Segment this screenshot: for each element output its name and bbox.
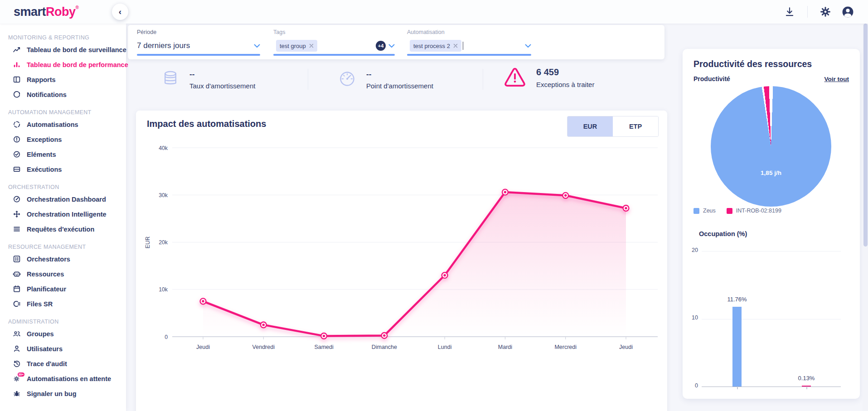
- sidebar-item[interactable]: Exécutions: [0, 162, 126, 177]
- svg-text:10k: 10k: [159, 286, 168, 293]
- sidebar-section-label: MONITORING & REPORTING: [8, 34, 126, 41]
- speedometer-icon: [338, 70, 356, 88]
- period-filter[interactable]: Période 7 derniers jours: [137, 29, 260, 56]
- filter-underline: [407, 54, 531, 56]
- bar-value-label: 0.13%: [786, 375, 827, 382]
- sidebar-item[interactable]: Orchestrators: [0, 251, 126, 266]
- registered-mark: ®: [76, 5, 79, 10]
- gridline: [702, 251, 841, 251]
- sidebar-section-label: ORCHESTRATION: [8, 184, 126, 190]
- tags-filter[interactable]: Tags test group +4: [273, 29, 395, 56]
- sidebar-item-label: Eléments: [27, 151, 56, 158]
- gridline: [702, 319, 841, 319]
- unit-toggle-eur[interactable]: EUR: [567, 116, 613, 136]
- sidebar-item-label: Trace d'audit: [27, 360, 67, 367]
- sidebar-item[interactable]: Tableau de bord de surveillance: [0, 42, 126, 57]
- pending-automations-icon: 99+: [13, 375, 21, 382]
- sidebar-item[interactable]: Requêtes d'exécution: [0, 222, 126, 237]
- sidebar-section-label: ADMINISTRATION: [8, 319, 126, 325]
- kpi-divider: [483, 69, 483, 90]
- planner-icon: [13, 285, 21, 293]
- kpi-exceptions: 6 459 Exceptions à traiter: [504, 67, 594, 88]
- sidebar-item-label: Rapports: [27, 76, 56, 83]
- automation-filter[interactable]: Automatisation test process 2: [407, 29, 531, 56]
- kpi-label: Point d'amortissement: [366, 82, 433, 90]
- sidebar-section-label: RESOURCE MANAGEMENT: [8, 244, 126, 250]
- x-tick: [737, 387, 738, 389]
- filter-bar: Période 7 derniers jours Tags test group…: [128, 25, 664, 59]
- sidebar-item[interactable]: Ressources: [0, 266, 126, 281]
- kpi-row: -- Taux d'amortissement -- Point d'amort…: [126, 64, 667, 96]
- sidebar-item[interactable]: Eléments: [0, 147, 126, 162]
- warning-icon: [504, 67, 526, 87]
- logo-text-smart: smart: [14, 5, 46, 19]
- svg-text:Jeudi: Jeudi: [619, 344, 633, 350]
- sidebar-collapse-button[interactable]: ‹: [112, 4, 128, 20]
- orchestration-intelligente-icon: [13, 210, 21, 218]
- sidebar-item-label: Ressources: [27, 271, 64, 278]
- kpi-label: Exceptions à traiter: [536, 81, 594, 88]
- chevron-down-icon[interactable]: [388, 44, 395, 48]
- automation-chip: test process 2: [410, 40, 461, 52]
- impact-line-chart: 010k20k30k40kEURJeudiVendrediSamediDiman…: [136, 136, 667, 381]
- legend-label: Zeus: [703, 208, 716, 214]
- occupation-ytick: 20: [683, 247, 698, 253]
- sidebar-item[interactable]: Rapports: [0, 72, 126, 87]
- impact-card-title: Impact des automatisations: [147, 119, 266, 129]
- productivity-pie-chart: 1,85 j/h: [711, 86, 831, 207]
- sidebar-item[interactable]: Signaler un bug: [0, 386, 126, 401]
- audit-trail-icon: [13, 360, 21, 367]
- chevron-down-icon[interactable]: [525, 44, 531, 48]
- sidebar-item[interactable]: Orchestration Dashboard: [0, 192, 126, 207]
- pie-center-label: 1,85 j/h: [711, 169, 831, 176]
- report-bug-icon: [13, 390, 21, 397]
- sidebar-item[interactable]: Utilisateurs: [0, 341, 126, 356]
- more-tags-badge: +4: [376, 41, 386, 51]
- see-all-link[interactable]: Voir tout: [824, 76, 849, 82]
- svg-text:Lundi: Lundi: [438, 344, 452, 350]
- sidebar-item[interactable]: Orchestration Intelligente: [0, 207, 126, 222]
- sidebar-item[interactable]: Notifications: [0, 87, 126, 102]
- legend-swatch-blue: [693, 208, 699, 214]
- sidebar-item-label: Tableau de bord de surveillance: [27, 46, 126, 53]
- sidebar-item[interactable]: Tableau de bord de performance: [0, 57, 126, 72]
- automations-icon: [13, 121, 21, 128]
- period-filter-label: Période: [137, 29, 260, 35]
- tag-chip: test group: [276, 40, 317, 52]
- tags-filter-label: Tags: [273, 29, 395, 35]
- execution-requests-icon: [13, 225, 21, 233]
- sidebar-item[interactable]: Trace d'audit: [0, 356, 126, 371]
- close-icon[interactable]: [453, 44, 458, 48]
- bar-value-label: 11.76%: [717, 296, 757, 303]
- sidebar-item[interactable]: 99+Automatisations en attente: [0, 371, 126, 386]
- sidebar-item-label: Utilisateurs: [27, 345, 63, 353]
- sidebar-item[interactable]: Exceptions: [0, 132, 126, 147]
- trend-chart-icon: [13, 46, 21, 53]
- header-divider: [807, 6, 808, 18]
- period-filter-value: 7 derniers jours: [137, 41, 190, 50]
- download-icon[interactable]: [784, 6, 795, 18]
- productivity-panel: Productivité des ressources Productivité…: [683, 49, 860, 399]
- chevron-down-icon[interactable]: [254, 44, 260, 48]
- files-sr-icon: [13, 300, 21, 308]
- sidebar-item[interactable]: Groupes: [0, 326, 126, 341]
- sidebar-item[interactable]: Automatisations: [0, 117, 126, 132]
- settings-icon[interactable]: [820, 6, 831, 18]
- kpi-amortization-rate: -- Taux d'amortissement: [161, 70, 255, 90]
- sidebar-section-label: AUTOMATION MANAGEMENT: [8, 109, 126, 116]
- close-icon[interactable]: [309, 44, 314, 48]
- account-icon[interactable]: [841, 5, 854, 19]
- tag-chip-label: test group: [280, 43, 306, 49]
- groups-icon: [13, 330, 21, 338]
- kpi-amortization-point: -- Point d'amortissement: [338, 70, 433, 90]
- sidebar-item-label: Orchestrators: [27, 256, 70, 263]
- app-logo: smartRoby®: [14, 5, 78, 19]
- text-cursor: [463, 42, 464, 50]
- sidebar-item[interactable]: Files SR: [0, 296, 126, 311]
- scrollbar-thumb[interactable]: [863, 24, 868, 247]
- occupation-title: Occupation (%): [699, 230, 747, 237]
- unit-toggle-etp[interactable]: ETP: [613, 116, 658, 136]
- sidebar-item[interactable]: Planificateur: [0, 281, 126, 296]
- pie-legend: Zeus INT-ROB-02:8199: [693, 208, 781, 214]
- sidebar-item-label: Tableau de bord de performance: [27, 61, 128, 68]
